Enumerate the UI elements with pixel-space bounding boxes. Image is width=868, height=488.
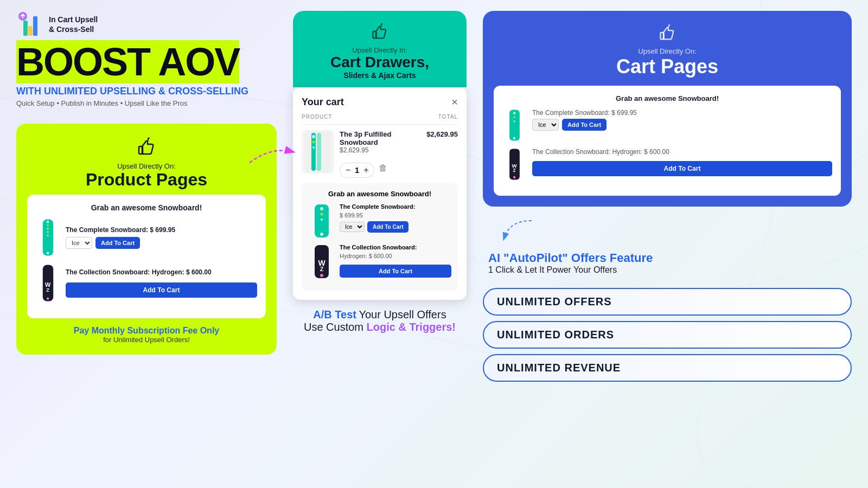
cart-upsell-section: Grab an awesome Snowboard! The Complete … [302,183,458,291]
cart-pages-label: Upsell Directly On: [494,47,841,55]
product-pages-inner-card: Grab an awesome Snowboard! The Complete … [27,195,266,318]
product-pages-card: Upsell Directly On: Product Pages Grab a… [16,124,277,355]
svg-point-11 [47,235,49,236]
right-column: Upsell Directly On: Cart Pages Grab an a… [483,11,852,477]
product-2-image: W Z [36,264,60,302]
svg-point-16 [47,298,49,300]
product-1-info: The Complete Snowboard: $ 699.95 Ice Add… [66,226,257,249]
upsell-2-price: Hydrogen: $ 600.00 [340,253,451,259]
cp-product-2-image: W Z [502,148,527,181]
svg-text:Z: Z [320,266,324,272]
pay-monthly-subtitle: for Unlimited Upsell Orders! [27,336,266,344]
cart-close-button[interactable]: × [451,96,458,108]
ab-test-line2: Use Custom Logic & Triggers! [304,321,456,333]
svg-point-32 [320,274,323,277]
svg-point-26 [321,213,323,215]
unlimited-revenue-text: UNLIMITED REVENUE [497,362,838,374]
upsell-2-image: W Z [308,244,335,279]
ab-test-section: A/B Test Your Upsell Offers Use Custom L… [304,309,456,333]
product-pages-header: Upsell Directly On: Product Pages [27,134,266,189]
upsell-1-controls[interactable]: Ice Add To Cart [340,221,451,233]
middle-column: Upsell Directly In: Cart Drawers, Slider… [288,11,472,477]
cart-drawer-label: Upsell Directly In: [304,46,456,54]
product-2-name: The Collection Snowboard: Hydrogen: $ 60… [66,268,257,276]
product-1-variant-select[interactable]: Ice [66,237,92,249]
product-pages-label: Upsell Directly On: [27,162,266,170]
qty-increase-button[interactable]: + [363,165,368,175]
cp-product-1-controls[interactable]: Ice Add To Cart [532,119,832,131]
product-pages-inner-title: Grab an awesome Snowboard! [36,203,257,212]
svg-point-12 [47,252,49,255]
upsell-1-variant-select[interactable]: Ice [340,222,365,232]
autopilot-section: AI "AutoPilot" Offers Feature 1 Click & … [483,251,852,275]
autopilot-subtitle: 1 Click & Let It Power Your Offers [488,265,846,275]
cart-pages-header: Upsell Directly On: Cart Pages [494,22,841,78]
cp-row-1: The Complete Snowboard: $ 699.95 Ice Add… [502,109,832,142]
cart-pages-inner-title: Grab an awesome Snowboard! [502,94,832,102]
remove-item-button[interactable]: 🗑 [379,163,387,173]
svg-rect-33 [660,33,663,40]
cp-product-1-info: The Complete Snowboard: $ 699.95 Ice Add… [532,109,832,131]
svg-rect-19 [311,133,316,171]
svg-point-21 [312,135,315,138]
cart-item-price: $2,629.95 [340,146,426,154]
cart-pages-thumbs-icon [494,22,841,45]
svg-point-28 [320,233,323,236]
svg-rect-34 [509,110,520,141]
svg-rect-1 [23,21,28,36]
cart-pages-inner-card: Grab an awesome Snowboard! The Complete … [494,86,841,196]
cart-pages-title: Cart Pages [494,55,841,78]
svg-point-27 [321,219,323,221]
cart-item-name: The 3p Fulfilled Snowboard [340,130,426,146]
unlimited-orders-text: UNLIMITED ORDERS [497,329,838,341]
upsell-1-image [308,203,335,239]
product-2-add-to-cart-button[interactable]: Add To Cart [66,282,257,298]
qty-decrease-button[interactable]: − [346,165,350,175]
svg-point-22 [312,140,315,143]
cart-item-details: The 3p Fulfilled Snowboard $2,629.95 $2,… [340,130,458,178]
cart-col-total: TOTAL [438,114,458,120]
unlimited-orders-pill: UNLIMITED ORDERS [483,321,852,349]
svg-point-8 [47,224,49,227]
left-column: In Cart Upsell & Cross-Sell BOOST AOV WI… [16,11,277,477]
svg-rect-17 [373,31,376,38]
pay-monthly-title: Pay Monthly Subscription Fee Only [27,326,266,336]
cart-pages-card: Upsell Directly On: Cart Pages Grab an a… [483,11,852,207]
cp-product-1-variant-select[interactable]: Ice [532,119,559,131]
svg-point-36 [513,116,515,118]
qty-control[interactable]: − 1 + [340,163,374,178]
cart-modal-header: Your cart × [302,96,458,108]
upsell-1-add-to-cart-button[interactable]: Add To Cart [367,221,409,233]
cart-modal: Your cart × PRODUCT TOTAL [293,87,467,300]
pay-monthly-section: Pay Monthly Subscription Fee Only for Un… [27,326,266,344]
upsell-2-name: The Collection Snowboard: [340,244,451,251]
svg-point-7 [47,221,49,223]
upsell-2-add-to-cart-button[interactable]: Add To Cart [340,265,451,278]
cart-upsell-row-2: W Z The Collection Snowboard: Hydrogen: … [308,244,451,279]
upsell-1-price: $ 699.95 [340,212,451,219]
cart-modal-title: Your cart [302,97,344,108]
cart-item-info: The 3p Fulfilled Snowboard $2,629.95 [340,130,426,154]
logo-icon [16,11,43,38]
cp-product-2-add-to-cart-button[interactable]: Add To Cart [532,161,832,176]
ab-test-line1: A/B Test Your Upsell Offers [304,309,456,321]
dashed-arrow-right [494,215,537,242]
product-1-image [36,219,60,256]
cp-product-1-image [502,109,527,142]
product-1-add-to-cart-button[interactable]: Add To Cart [95,237,140,249]
hero-subtitle: WITH UNLIMITED UPSELLING & CROSS-SELLING [16,86,277,97]
cart-drawer-title-line1: Cart Drawers, [304,54,456,71]
cart-item-image [302,130,334,174]
cart-item-name-row: The 3p Fulfilled Snowboard $2,629.95 $2,… [340,130,458,154]
cart-col-product: PRODUCT [302,114,332,120]
upsell-1-details: The Complete Snowboard: $ 699.95 Ice Add… [340,203,451,233]
cart-upsell-title: Grab an awesome Snowboard! [308,190,451,198]
cp-product-1-name: The Complete Snowboard: $ 699.95 [532,109,832,117]
svg-point-38 [513,137,516,140]
ab-test-logic-triggers: Logic & Triggers! [367,321,456,333]
svg-point-37 [514,120,515,122]
cp-product-1-add-to-cart-button[interactable]: Add To Cart [562,119,607,131]
upsell-2-details: The Collection Snowboard: Hydrogen: $ 60… [340,244,451,278]
product-1-controls[interactable]: Ice Add To Cart [66,237,257,249]
cart-drawer-header: Upsell Directly In: Cart Drawers, Slider… [293,11,467,87]
